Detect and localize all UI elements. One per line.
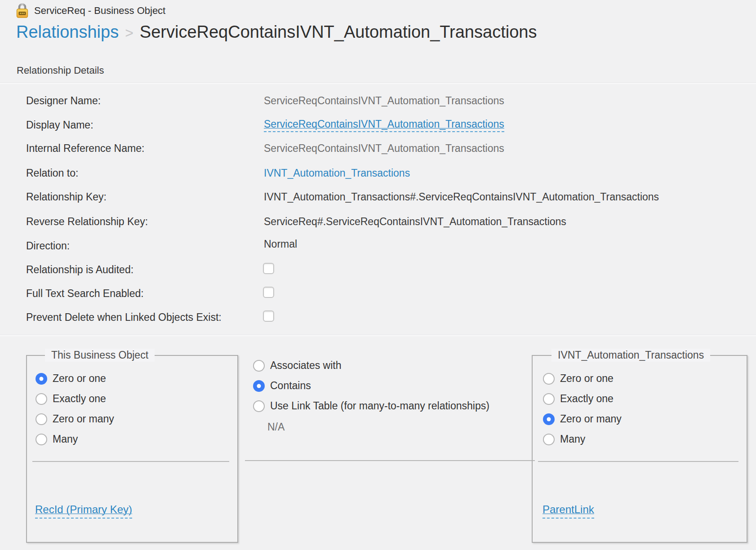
radio-icon[interactable] [253,360,265,372]
cardinality-divider [0,335,756,336]
radio-selected-icon[interactable] [36,373,47,385]
field-row-display-name: Display Name: ServiceReqContainsIVNT_Aut… [0,118,756,132]
direction-label: Direction: [26,239,70,253]
radio-selected-icon[interactable] [543,413,555,425]
relationship-is-audited-checkbox[interactable] [263,263,274,274]
left-option-zero-or-one[interactable]: Zero or one [36,373,106,385]
reverse-relationship-key-label: Reverse Relationship Key: [26,215,148,228]
right-option-zero-or-one[interactable]: Zero or one [543,373,614,385]
radio-icon[interactable] [36,434,47,445]
left-option-many[interactable]: Many [36,433,78,445]
right-option-many[interactable]: Many [543,433,585,445]
field-row-full-text-search: Full Text Search Enabled: [0,287,756,300]
breadcrumb: Relationships > ServiceReqContainsIVNT_A… [16,22,537,42]
prevent-delete-checkbox[interactable] [263,310,274,322]
relation-to-label: Relation to: [26,166,78,180]
option-use-link-table[interactable]: Use Link Table (for many-to-many relatio… [253,400,489,412]
field-row-relationship-key: Relationship Key: IVNT_Automation_Transa… [0,190,756,204]
recid-primary-key-link[interactable]: RecId (Primary Key) [35,503,132,519]
field-row-reverse-relationship-key: Reverse Relationship Key: ServiceReq#.Se… [0,215,756,228]
display-name-editable-link[interactable]: ServiceReqContainsIVNT_Automation_Transa… [264,118,504,132]
breadcrumb-relationships-link[interactable]: Relationships [16,22,119,42]
right-option-exactly-one[interactable]: Exactly one [543,393,614,405]
designer-name-value: ServiceReqContainsIVNT_Automation_Transa… [264,94,504,107]
full-text-search-label: Full Text Search Enabled: [26,287,144,300]
radio-icon[interactable] [543,373,555,385]
page: ServiceReq - Business Object Relationshi… [0,0,756,550]
reverse-relationship-key-value: ServiceReq#.ServiceReqContainsIVNT_Autom… [264,215,566,228]
relationship-is-audited-label: Relationship is Audited: [26,263,133,276]
field-row-prevent-delete: Prevent Delete when Linked Objects Exist… [0,310,756,324]
full-text-search-checkbox[interactable] [263,287,274,298]
field-row-internal-reference-name: Internal Reference Name: ServiceReqConta… [0,142,756,155]
field-row-direction: Direction: Normal [0,237,756,251]
radio-icon[interactable] [543,393,555,405]
relationship-key-label: Relationship Key: [26,190,107,204]
radio-icon[interactable] [253,400,265,412]
designer-name-label: Designer Name: [26,94,101,107]
window-title: ServiceReq - Business Object [34,5,165,17]
parentlink-link[interactable]: ParentLink [543,503,594,519]
breadcrumb-separator: > [125,25,133,41]
prevent-delete-label: Prevent Delete when Linked Objects Exist… [26,310,222,324]
relationship-key-value: IVNT_Automation_Transactions#.ServiceReq… [264,190,659,204]
link-table-na-note: N/A [267,421,285,433]
panel-ivnt-legend: IVNT_Automation_Transactions [551,349,710,362]
option-contains[interactable]: Contains [253,380,311,392]
right-option-zero-or-many[interactable]: Zero or many [543,413,622,425]
right-panel-divider [538,461,738,462]
internal-reference-name-label: Internal Reference Name: [26,142,144,155]
window-titlebar: ServiceReq - Business Object [15,3,165,19]
radio-selected-icon[interactable] [253,380,265,392]
field-row-relation-to: Relation to: IVNT_Automation_Transaction… [0,166,756,180]
section-divider [0,83,756,84]
display-name-label: Display Name: [26,118,93,132]
radio-icon[interactable] [36,413,47,425]
field-row-relationship-is-audited: Relationship is Audited: [0,263,756,276]
page-title: ServiceReqContainsIVNT_Automation_Transa… [140,22,537,42]
radio-icon[interactable] [36,393,47,405]
panel-this-business-object: This Business Object Zero or one Exactly… [26,355,238,543]
radio-icon[interactable] [543,434,555,445]
panel-this-business-object-legend: This Business Object [45,349,155,362]
panel-ivnt-automation-transactions: IVNT_Automation_Transactions Zero or one… [532,355,747,543]
internal-reference-name-value: ServiceReqContainsIVNT_Automation_Transa… [264,142,504,155]
left-option-zero-or-many[interactable]: Zero or many [36,413,114,425]
relation-to-link[interactable]: IVNT_Automation_Transactions [264,166,410,180]
padlock-icon [15,3,29,19]
left-panel-divider [32,461,229,462]
section-title: Relationship Details [17,65,104,76]
option-associates-with[interactable]: Associates with [253,359,342,372]
left-option-exactly-one[interactable]: Exactly one [36,393,106,405]
field-row-designer-name: Designer Name: ServiceReqContainsIVNT_Au… [0,94,756,107]
middle-divider [245,460,535,461]
direction-value: Normal [264,237,297,251]
